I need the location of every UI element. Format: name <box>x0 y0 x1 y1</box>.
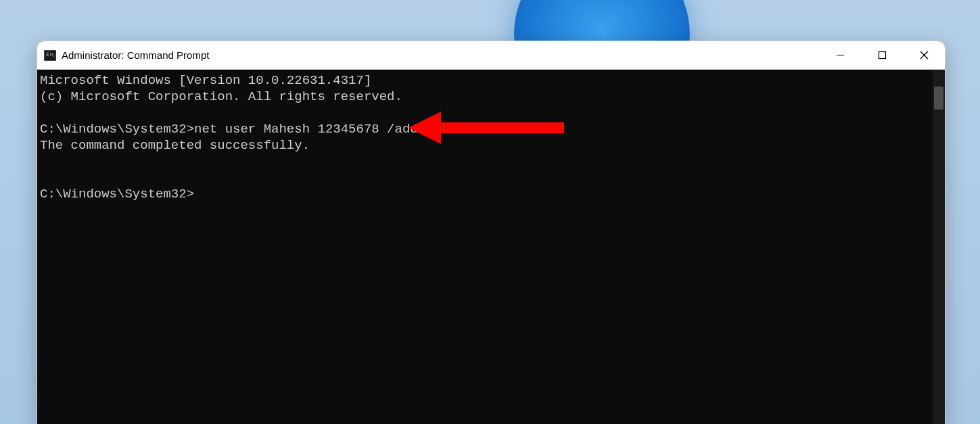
maximize-icon <box>878 51 887 60</box>
minimize-button[interactable] <box>819 41 861 69</box>
titlebar[interactable]: Administrator: Command Prompt <box>37 41 945 70</box>
svg-rect-1 <box>879 52 885 59</box>
output-line: (c) Microsoft Corporation. All rights re… <box>40 89 402 104</box>
close-button[interactable] <box>903 41 945 69</box>
command-prompt-window: Administrator: Command Prompt Micr <box>37 41 946 424</box>
window-controls <box>819 41 945 69</box>
maximize-button[interactable] <box>861 41 903 69</box>
scrollbar-track[interactable] <box>933 70 945 424</box>
minimize-icon <box>836 51 845 60</box>
window-title: Administrator: Command Prompt <box>62 49 209 61</box>
close-icon <box>920 51 929 60</box>
titlebar-left: Administrator: Command Prompt <box>44 49 209 61</box>
scrollbar-thumb[interactable] <box>934 87 943 110</box>
prompt-path: C:\Windows\System32> <box>40 122 194 137</box>
output-line: Microsoft Windows [Version 10.0.22631.43… <box>40 73 371 88</box>
output-line: The command completed successfully. <box>40 138 310 153</box>
terminal-area: Microsoft Windows [Version 10.0.22631.43… <box>37 70 945 424</box>
entered-command: net user Mahesh 12345678 /add <box>194 122 418 137</box>
terminal-output[interactable]: Microsoft Windows [Version 10.0.22631.43… <box>37 70 933 424</box>
prompt-path: C:\Windows\System32> <box>40 187 194 202</box>
cmd-icon <box>44 50 56 61</box>
